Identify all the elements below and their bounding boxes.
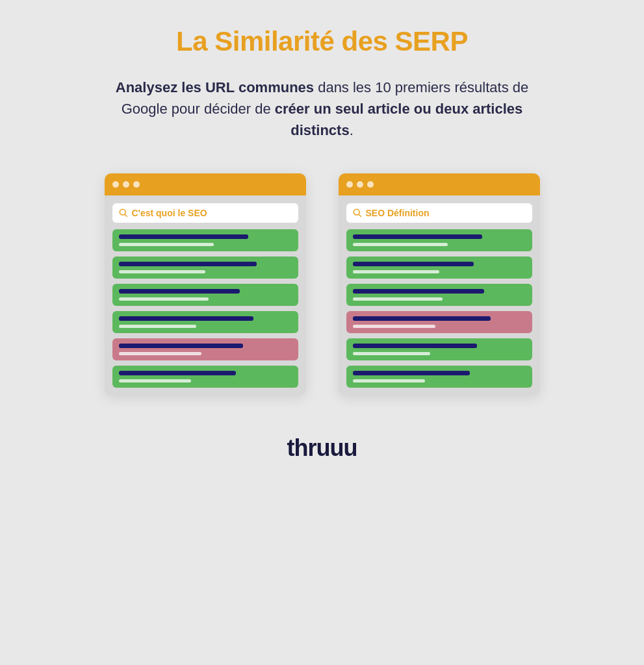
result-url-line	[119, 325, 197, 328]
result-title-line	[119, 289, 240, 294]
subtitle-bold-1: Analysez les URL communes	[116, 79, 314, 95]
result-url-line	[353, 352, 431, 355]
result-url-line	[119, 379, 192, 383]
results-list-left	[112, 229, 298, 388]
result-title-line	[353, 262, 474, 266]
browser-dot-2	[123, 181, 129, 188]
result-card-left-4	[112, 311, 298, 333]
browser-right-body: SEO Définition	[339, 195, 540, 395]
search-icon-left	[119, 208, 128, 218]
result-card-right-3	[346, 284, 532, 306]
result-url-line	[119, 297, 209, 301]
svg-line-1	[125, 214, 127, 216]
search-bar-left: C'est quoi le SEO	[112, 203, 298, 223]
result-url-line	[353, 325, 436, 328]
result-title-line	[353, 234, 483, 239]
result-title-line	[119, 234, 249, 239]
browsers-container: C'est quoi le SEO	[105, 173, 540, 395]
browser-dot-6	[367, 181, 374, 188]
result-card-right-6	[346, 366, 532, 388]
search-icon-right	[353, 208, 362, 218]
result-title-line	[119, 316, 253, 321]
browser-dot-1	[112, 181, 119, 188]
svg-line-3	[359, 214, 361, 216]
result-url-line	[353, 379, 426, 383]
result-title-line	[119, 371, 237, 375]
page-title: La Similarité des SERP	[176, 26, 468, 57]
search-bar-right: SEO Définition	[346, 203, 532, 223]
result-card-left-5	[112, 338, 298, 360]
result-card-right-4	[346, 311, 532, 333]
browser-right: SEO Définition	[339, 173, 540, 395]
results-list-right	[346, 229, 532, 388]
result-title-line	[119, 262, 257, 266]
search-query-left: C'est quoi le SEO	[132, 208, 207, 218]
browser-left-header	[105, 173, 306, 195]
search-query-right: SEO Définition	[366, 208, 430, 218]
result-title-line	[353, 289, 484, 294]
browser-left: C'est quoi le SEO	[105, 173, 306, 395]
result-title-line	[353, 344, 478, 348]
result-url-line	[353, 243, 448, 246]
result-title-line	[119, 344, 244, 348]
browser-dot-3	[133, 181, 140, 188]
result-url-line	[353, 297, 443, 301]
subtitle-bold-2: créer un seul article ou deux articles d…	[275, 101, 523, 138]
result-card-right-2	[346, 257, 532, 279]
result-url-line	[119, 243, 214, 246]
result-url-line	[119, 270, 205, 273]
browser-dot-5	[357, 181, 363, 188]
result-card-left-6	[112, 366, 298, 388]
browser-left-body: C'est quoi le SEO	[105, 195, 306, 395]
result-card-left-2	[112, 257, 298, 279]
browser-dot-4	[346, 181, 353, 188]
result-title-line	[353, 316, 491, 321]
subtitle-text: Analysez les URL communes dans les 10 pr…	[101, 77, 543, 141]
brand-name: thruuu	[287, 434, 357, 462]
result-title-line	[353, 371, 470, 375]
subtitle-period: .	[350, 122, 354, 138]
result-card-right-5	[346, 338, 532, 360]
result-url-line	[353, 270, 439, 273]
browser-right-header	[339, 173, 540, 195]
result-url-line	[119, 352, 202, 355]
result-card-left-3	[112, 284, 298, 306]
result-card-right-1	[346, 229, 532, 251]
result-card-left-1	[112, 229, 298, 251]
